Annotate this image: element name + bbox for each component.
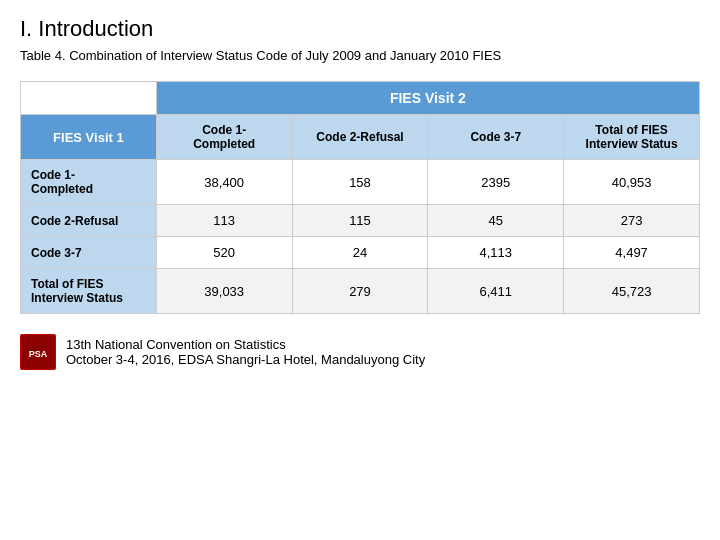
table-row: Total of FIES Interview Status39,0332796… xyxy=(21,269,700,314)
row-label-3: Total of FIES Interview Status xyxy=(21,269,157,314)
table-subtitle: Table 4. Combination of Interview Status… xyxy=(20,48,700,63)
table-row: Code 1- Completed38,400158239540,953 xyxy=(21,160,700,205)
cell-r2-c1: 24 xyxy=(292,237,428,269)
svg-text:PSA: PSA xyxy=(29,349,48,359)
cell-r0-c0: 38,400 xyxy=(156,160,292,205)
cell-r1-c3: 273 xyxy=(564,205,700,237)
table-row: Code 2-Refusal11311545273 xyxy=(21,205,700,237)
cell-r2-c2: 4,113 xyxy=(428,237,564,269)
cell-r3-c0: 39,033 xyxy=(156,269,292,314)
page-title: I. Introduction xyxy=(20,16,700,42)
cell-r3-c3: 45,723 xyxy=(564,269,700,314)
cell-r1-c2: 45 xyxy=(428,205,564,237)
row-label-1: Code 2-Refusal xyxy=(21,205,157,237)
footer-text: 13th National Convention on Statistics O… xyxy=(66,337,425,367)
cell-r0-c1: 158 xyxy=(292,160,428,205)
col-header-3: Total of FIES Interview Status xyxy=(564,115,700,160)
footer-line1: 13th National Convention on Statistics xyxy=(66,337,425,352)
footer: PSA 13th National Convention on Statisti… xyxy=(20,334,700,370)
cell-r0-c3: 40,953 xyxy=(564,160,700,205)
cell-r1-c1: 115 xyxy=(292,205,428,237)
col-header-0: Code 1- Completed xyxy=(156,115,292,160)
footer-line2: October 3-4, 2016, EDSA Shangri-La Hotel… xyxy=(66,352,425,367)
psa-logo: PSA xyxy=(20,334,56,370)
cell-r3-c1: 279 xyxy=(292,269,428,314)
cell-r1-c0: 113 xyxy=(156,205,292,237)
cell-r2-c3: 4,497 xyxy=(564,237,700,269)
cell-r2-c0: 520 xyxy=(156,237,292,269)
table-row: Code 3-7520244,1134,497 xyxy=(21,237,700,269)
main-table: FIES Visit 2 FIES Visit 1 Code 1- Comple… xyxy=(20,81,700,314)
row-label-0: Code 1- Completed xyxy=(21,160,157,205)
fies-visit1-cell: FIES Visit 1 xyxy=(21,115,157,160)
col-header-1: Code 2-Refusal xyxy=(292,115,428,160)
col-header-2: Code 3-7 xyxy=(428,115,564,160)
cell-r3-c2: 6,411 xyxy=(428,269,564,314)
fies-visit2-header: FIES Visit 2 xyxy=(156,82,699,115)
cell-r0-c2: 2395 xyxy=(428,160,564,205)
row-label-2: Code 3-7 xyxy=(21,237,157,269)
